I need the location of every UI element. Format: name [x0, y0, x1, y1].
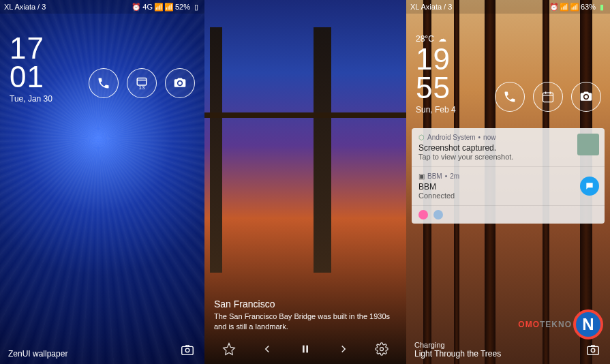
shortcut-row: 13: [89, 68, 195, 98]
clock-widget: 17 01 Tue, Jan 30: [10, 34, 52, 104]
clock-minute: 01: [10, 63, 52, 91]
pause-button[interactable]: [296, 339, 315, 359]
bridge-tower: [210, 27, 222, 273]
battery-label: 52%: [175, 3, 190, 11]
svg-rect-6: [543, 93, 553, 102]
next-button[interactable]: [334, 339, 353, 359]
alarm-icon: ⏰: [132, 3, 140, 11]
controls-row: [204, 339, 406, 359]
gear-icon: [375, 342, 388, 356]
signal-icon: 📶: [560, 3, 568, 11]
camera-icon: [173, 76, 187, 90]
clock-hour: 17: [10, 34, 52, 63]
carrier-label: XL Axiata / 3: [410, 3, 452, 11]
status-icons-right: ⏰ 4G 📶 📶 52% ▯: [132, 3, 200, 11]
status-bar: XL Axiata / 3 ⏰ 4G 📶 📶 52% ▯: [0, 0, 204, 14]
clock-hour: 19: [416, 45, 456, 74]
svg-rect-3: [303, 346, 305, 353]
calendar-shortcut[interactable]: 13: [127, 68, 157, 98]
phone-icon: [97, 76, 110, 90]
shortcut-row: [495, 82, 601, 112]
phone-shortcut[interactable]: [89, 68, 119, 98]
signal-icon: 📶: [155, 3, 163, 11]
bottom-bar: [406, 337, 610, 364]
chevron-left-icon: [261, 343, 273, 355]
calendar-icon: [541, 90, 555, 104]
carrier-label: XL Axiata / 3: [4, 3, 46, 11]
app-dot[interactable]: [433, 210, 443, 219]
notif-header: ⬡ Android System • now: [418, 134, 598, 141]
bbm-badge-icon: [580, 177, 599, 196]
notif-app: BBM: [427, 172, 442, 180]
lockscreen-forest: XL Axiata / 3 ⏰ 📶 📶 63% ▮ 28°C ☁ 19 55 S…: [406, 0, 610, 364]
signal-icon: 📶: [570, 3, 579, 11]
notif-header: ▣ BBM • 2m: [418, 172, 598, 180]
camera-shortcut[interactable]: [165, 68, 195, 98]
settings-button[interactable]: [372, 339, 391, 359]
battery-icon: ▮: [598, 3, 606, 11]
lockscreen-slideshow: San Francisco The San Francisco Bay Brid…: [204, 0, 406, 364]
notif-time: now: [483, 134, 495, 141]
phone-shortcut[interactable]: [495, 82, 525, 112]
notif-time: 2m: [450, 172, 459, 180]
android-icon: ⬡: [418, 134, 425, 141]
clock-date: Tue, Jan 30: [10, 94, 52, 104]
camera-icon: [180, 342, 195, 357]
caption-title: San Francisco: [214, 299, 397, 309]
bridge-deck: [204, 112, 406, 118]
screenshot-thumbnail: [577, 134, 599, 155]
notif-title: Screenshot captured.: [418, 143, 598, 153]
phone-icon: [503, 90, 517, 104]
bridge-tower: [314, 27, 331, 273]
notif-title: BBM: [418, 182, 598, 192]
caption-desc: The San Francisco Bay Bridge was built i…: [214, 312, 397, 331]
svg-point-8: [591, 348, 595, 352]
clock-widget: 28°C ☁ 19 55 Sun, Feb 4: [416, 34, 456, 115]
star-icon: [222, 342, 236, 356]
lockscreen-zenui: XL Axiata / 3 ⏰ 4G 📶 📶 52% ▯ 17 01 Tue, …: [0, 0, 204, 364]
app-dot[interactable]: [418, 210, 428, 219]
svg-rect-4: [306, 346, 308, 353]
notif-app: Android System: [427, 134, 476, 141]
chevron-right-icon: [337, 343, 350, 355]
notif-body: Connected: [418, 192, 598, 200]
bbm-icon: ▣: [418, 172, 425, 180]
signal-icon: 📶: [165, 3, 173, 11]
battery-label: 63%: [581, 3, 596, 11]
prev-button[interactable]: [258, 339, 277, 359]
svg-rect-1: [182, 346, 194, 354]
battery-icon: ▯: [192, 3, 200, 11]
camera-icon: [579, 90, 593, 104]
status-icons-right: ⏰ 📶 📶 63% ▮: [550, 3, 606, 11]
clock-date: Sun, Feb 4: [416, 105, 456, 115]
svg-rect-7: [588, 346, 599, 354]
camera-button[interactable]: [585, 342, 602, 359]
notification-panel: ⬡ Android System • now Screenshot captur…: [412, 128, 605, 224]
logo-n-icon: N: [573, 309, 603, 339]
calendar-day: 13: [139, 85, 145, 91]
calendar-shortcut[interactable]: [533, 82, 563, 112]
camera-button[interactable]: [180, 342, 196, 359]
clock-minute: 55: [416, 74, 456, 102]
bottom-bar: ZenUI wallpaper: [0, 337, 204, 364]
status-bar: XL Axiata / 3 ⏰ 📶 📶 63% ▮: [406, 0, 610, 14]
network-label: 4G: [142, 3, 153, 11]
alarm-icon: ⏰: [550, 3, 558, 11]
camera-icon: [585, 342, 600, 357]
notif-footer: [412, 206, 605, 224]
notification-item[interactable]: ⬡ Android System • now Screenshot captur…: [412, 128, 605, 167]
watermark-logo: OMOTEKNO N: [518, 309, 603, 339]
notification-item[interactable]: ▣ BBM • 2m BBM Connected: [412, 167, 605, 206]
pause-icon: [300, 344, 311, 354]
logo-text: OMOTEKNO: [518, 320, 572, 329]
camera-shortcut[interactable]: [571, 82, 601, 112]
wallpaper-label: ZenUI wallpaper: [8, 349, 67, 359]
notif-body: Tap to view your screenshot.: [418, 153, 598, 161]
svg-point-5: [380, 348, 384, 351]
caption-block: San Francisco The San Francisco Bay Brid…: [214, 299, 397, 331]
favorite-button[interactable]: [219, 339, 239, 359]
svg-point-2: [185, 348, 189, 352]
